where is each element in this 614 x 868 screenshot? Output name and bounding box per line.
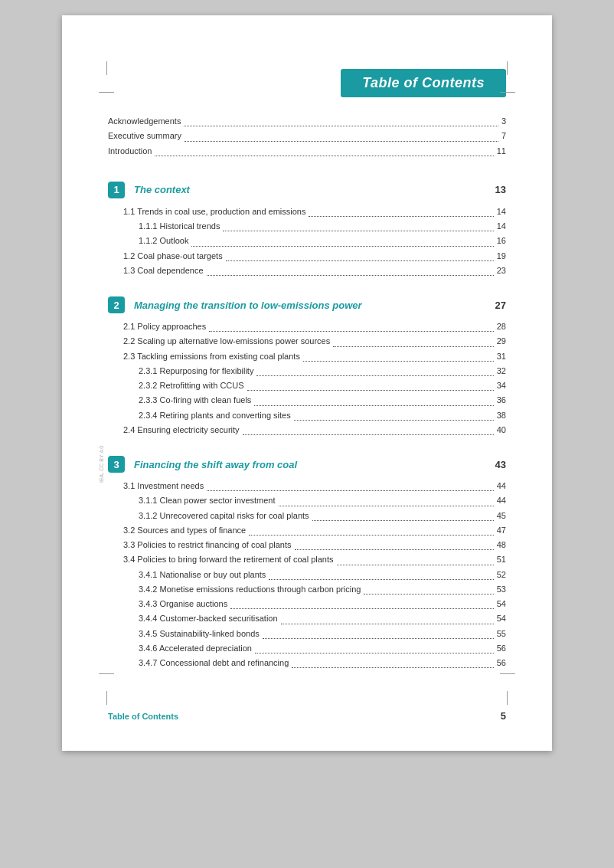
toc-entry-title: 2.3.3 Co-firing with clean fuels [139, 393, 251, 408]
toc-entry-page: 44 [497, 493, 506, 508]
toc-entry-page: 48 [497, 538, 506, 552]
toc-title: Table of Contents [341, 69, 506, 97]
toc-entry-page: 23 [497, 264, 506, 278]
toc-entry-title: 3.1.2 Unrecovered capital risks for coal… [139, 509, 309, 523]
toc-entry-fill [294, 420, 494, 421]
toc-entry-fill [295, 549, 494, 550]
chapter-number: 3 [108, 456, 125, 473]
toc-row: 1.1 Trends in coal use, production and e… [123, 205, 506, 219]
toc-row: 3.4.6 Accelerated depreciation56 [139, 641, 506, 656]
page-footer: Table of Contents 5 [108, 710, 506, 722]
margin-dash-top-left [99, 92, 114, 93]
toc-entry-fill [337, 565, 494, 565]
toc-entry-page: 56 [497, 641, 506, 656]
toc-entry-title: 3.1.1 Clean power sector investment [139, 493, 276, 508]
toc-entry-page: 44 [497, 479, 506, 493]
toc-entry-title: 2.4 Ensuring electricity security [123, 423, 240, 437]
toc-header: Table of Contents [108, 69, 506, 97]
toc-entry-title: 1.3 Coal dependence [123, 264, 204, 278]
toc-entry-page: 34 [497, 378, 506, 393]
margin-dash-bottom-right [500, 673, 515, 674]
margin-line-top-left [106, 61, 107, 75]
toc-entry-page: 53 [497, 582, 506, 597]
toc-entry-title: Executive summary [108, 129, 181, 143]
toc-entry-fill [207, 275, 494, 276]
chapter-header-3: 3Financing the shift away from coal43 [108, 456, 506, 473]
toc-entry-fill [269, 579, 493, 580]
toc-row: 3.4.2 Monetise emissions reductions thro… [139, 582, 506, 597]
toc-entry-title: Introduction [108, 144, 152, 159]
toc-entry-title: 1.2 Coal phase-out targets [123, 249, 223, 264]
margin-dash-top-right [500, 92, 515, 93]
toc-entry-page: 40 [497, 423, 506, 437]
toc-entry-fill [263, 638, 494, 639]
chapter-number: 2 [108, 296, 125, 313]
toc-row: 1.1.2 Outlook16 [139, 234, 506, 248]
toc-entry-page: 16 [497, 234, 506, 248]
toc-entry-title: 3.3 Policies to restrict financing of co… [123, 538, 292, 552]
toc-row: 2.1 Policy approaches28 [123, 319, 506, 334]
toc-entry-fill [249, 535, 494, 536]
toc-entry-page: 3 [501, 114, 506, 129]
chapter-page: 43 [495, 459, 506, 470]
toc-row: 3.4.7 Concessional debt and refinancing5… [139, 656, 506, 670]
toc-row: 3.4.3 Organise auctions54 [139, 597, 506, 611]
footer-label: Table of Contents [108, 712, 178, 721]
toc-row: 3.1 Investment needs44 [123, 479, 506, 493]
toc-entry-page: 51 [497, 552, 506, 567]
toc-entry-title: 3.1 Investment needs [123, 479, 204, 493]
toc-row: 3.1.1 Clean power sector investment44 [139, 493, 506, 508]
toc-entry-fill [247, 390, 494, 391]
toc-entry-page: 29 [497, 334, 506, 349]
toc-entry-fill [207, 490, 494, 491]
chapter-page: 27 [495, 300, 506, 311]
toc-entry-title: 2.3.1 Repurposing for flexibility [139, 364, 253, 378]
toc-entry-fill [312, 520, 494, 521]
toc-entry-page: 47 [497, 523, 506, 538]
toc-entry-title: 3.4.4 Customer-backed securitisation [139, 611, 278, 626]
toc-entry-page: 55 [497, 627, 506, 641]
toc-entry-page: 54 [497, 597, 506, 611]
toc-row: 1.3 Coal dependence23 [123, 264, 506, 278]
chapter-title: Managing the transition to low-emissions… [134, 300, 495, 311]
chapter-title: The context [134, 184, 495, 195]
toc-entry-title: 1.1.1 Historical trends [139, 219, 220, 234]
toc-row: 2.3.3 Co-firing with clean fuels36 [139, 393, 506, 408]
toc-row: 2.3.1 Repurposing for flexibility32 [139, 364, 506, 378]
toc-entry-fill [185, 141, 498, 142]
toc-entry-fill [292, 667, 493, 668]
toc-entry-page: 52 [497, 568, 506, 582]
top-entries: Acknowledgements3Executive summary7Intro… [108, 114, 506, 159]
toc-entry-fill [255, 653, 494, 653]
toc-entry-title: 2.3.2 Retrofitting with CCUS [139, 378, 244, 393]
toc-entry-title: 3.2 Sources and types of finance [123, 523, 246, 538]
toc-entry-fill [209, 331, 494, 332]
toc-row: 3.2 Sources and types of finance47 [123, 523, 506, 538]
toc-row: 3.3 Policies to restrict financing of co… [123, 538, 506, 552]
toc-entry-title: 1.1 Trends in coal use, production and e… [123, 205, 305, 219]
toc-entry-fill [230, 608, 494, 609]
toc-entry-fill [254, 405, 493, 406]
page: Table of Contents Acknowledgements3Execu… [62, 15, 552, 751]
toc-entry-page: 11 [497, 144, 506, 159]
toc-row: 2.3.4 Retiring plants and converting sit… [139, 408, 506, 423]
toc-entry-page: 14 [497, 219, 506, 234]
toc-row: 3.4 Policies to bring forward the retire… [123, 552, 506, 567]
toc-entry-title: 2.3 Tackling emissions from existing coa… [123, 349, 300, 364]
toc-entry-title: 3.4.6 Accelerated depreciation [139, 641, 252, 656]
toc-entry-page: 54 [497, 611, 506, 626]
toc-entry-fill [243, 434, 494, 435]
toc-entry-title: 2.1 Policy approaches [123, 319, 206, 334]
toc-entry-fill [279, 506, 494, 506]
toc-row: 2.2 Scaling up alternative low-emissions… [123, 334, 506, 349]
toc-entry-page: 38 [497, 408, 506, 423]
toc-entry-page: 28 [497, 319, 506, 334]
toc-entry-title: 1.1.2 Outlook [139, 234, 188, 248]
toc-entry-fill [364, 594, 493, 594]
watermark: IEA, CC BY 4.0 [99, 446, 104, 483]
toc-row: 3.4.5 Sustainability-linked bonds55 [139, 627, 506, 641]
toc-entry-page: 14 [497, 205, 506, 219]
toc-entry-title: 3.4 Policies to bring forward the retire… [123, 552, 334, 567]
toc-entry-title: 3.4.2 Monetise emissions reductions thro… [139, 582, 361, 597]
toc-entry-title: 3.4.7 Concessional debt and refinancing [139, 656, 289, 670]
